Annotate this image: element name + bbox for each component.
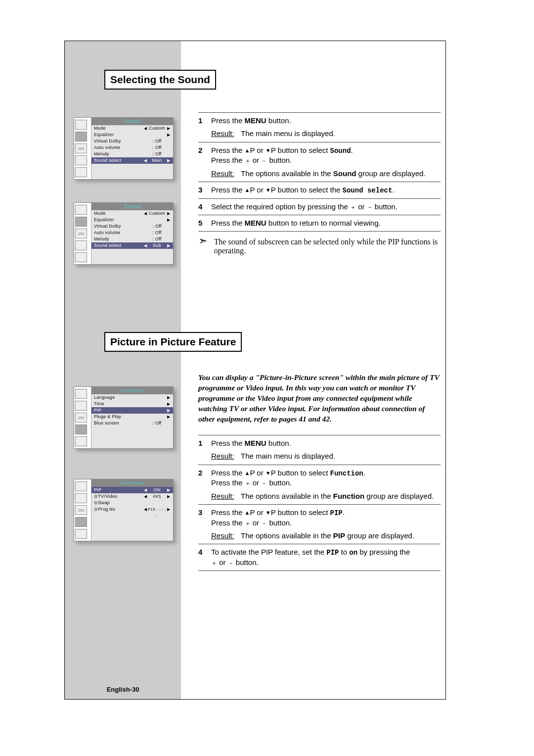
osd-row: Virtual Dolby: Off	[91, 223, 173, 230]
osd-row: Equalizer▶	[91, 217, 173, 223]
osd-title: Function	[91, 387, 173, 394]
osd-row: ⊙Prog.No◀P15 - - - - -▶	[91, 506, 173, 519]
osd-icon	[75, 205, 87, 215]
steps-pip: 1 Press the MENU button. Result:The main…	[198, 432, 441, 574]
step-1: 1 Press the MENU button. Result:The main…	[198, 438, 441, 462]
osd-icon-ch: CH	[75, 413, 87, 423]
osd-icon-ch: CH	[75, 229, 87, 238]
vol-up-icon: ＋	[245, 157, 251, 164]
osd-icon	[75, 389, 87, 399]
vol-down-icon: －	[261, 157, 267, 164]
osd-title: Function	[91, 479, 173, 487]
heading-selecting-sound: Selecting the Sound	[104, 70, 216, 90]
osd-icon	[75, 167, 87, 177]
osd-row: Language▶	[91, 394, 173, 401]
osd-icon	[75, 120, 87, 130]
osd-row: Melody: Off	[91, 151, 173, 157]
page-frame: Selecting the Sound CH Sound Mode◀Custom…	[64, 41, 446, 700]
osd-row: Blue screen: Off	[91, 420, 173, 426]
osd-icon	[75, 401, 87, 411]
osd-row	[91, 519, 173, 525]
osd-icon-function	[75, 517, 87, 527]
vol-down-icon: －	[261, 480, 267, 487]
step-4: 4 Select the required option by pressing…	[198, 202, 441, 212]
up-triangle-icon: ▲	[245, 147, 250, 154]
steps-sound: 1 Press the MENU button. Result:The main…	[198, 109, 441, 255]
page: Selecting the Sound CH Sound Mode◀Custom…	[0, 0, 534, 756]
osd-row-selected: PIP▶	[91, 407, 173, 414]
osd-row: Equalizer▶	[91, 132, 173, 138]
step-1: 1 Press the MENU button. Result:The main…	[198, 116, 441, 139]
step-2: 2 Press the ▲P or ▼P button to select Fu…	[198, 468, 441, 501]
osd-row: ⊙Swap	[91, 500, 173, 506]
step-3: 3 Press the ▲P or ▼P button to select PI…	[198, 508, 441, 541]
osd-row: Melody: Off	[91, 236, 173, 242]
vol-down-icon: －	[261, 520, 267, 527]
up-triangle-icon: ▲	[245, 509, 250, 517]
osd-icon-column: CH	[74, 203, 91, 264]
osd-icon	[75, 240, 87, 250]
osd-row-selected: PIP◀ON▶	[91, 487, 173, 493]
down-triangle-icon: ▼	[266, 187, 271, 194]
osd-icon	[75, 252, 87, 262]
osd-row	[91, 426, 173, 433]
osd-row	[91, 525, 173, 532]
osd-icon	[75, 436, 87, 446]
vol-up-icon: ＋	[245, 520, 251, 527]
osd-icon-column: CH	[74, 479, 91, 541]
osd-icon-column: CH	[74, 387, 91, 448]
osd-icon	[75, 529, 87, 539]
up-triangle-icon: ▲	[245, 470, 250, 477]
vol-up-icon: ＋	[350, 204, 356, 211]
osd-icon-ch: CH	[75, 143, 87, 153]
osd-icon-sound	[75, 132, 87, 142]
osd-row-selected: Sound select◀Main▶	[91, 157, 173, 164]
vol-down-icon: －	[228, 560, 234, 567]
step-2: 2 Press the ▲P or ▼P button to select So…	[198, 145, 441, 179]
osd-row: Mode◀Custom▶	[91, 125, 173, 132]
osd-icon-function	[75, 425, 87, 434]
page-number: English-30	[65, 686, 181, 693]
vol-up-icon: ＋	[211, 560, 217, 567]
step-5: 5 Press the MENU button to return to nor…	[198, 218, 441, 228]
heading-pip: Picture in Picture Feature	[104, 332, 242, 352]
osd-sound-main: CH Sound Mode◀Custom▶ Equalizer▶ Virtual…	[74, 117, 174, 180]
osd-row: ⊙TV/Video◀AV1▶	[91, 493, 173, 500]
osd-row-selected: Sound select◀Sub▶	[91, 242, 173, 249]
osd-title: Sound	[91, 118, 173, 125]
pip-intro: You can display a "Picture-in-Picture sc…	[198, 373, 441, 425]
osd-function-pip-on: CH Function PIP◀ON▶ ⊙TV/Video◀AV1▶ ⊙Swap…	[74, 479, 174, 541]
osd-icon	[75, 155, 87, 165]
down-triangle-icon: ▼	[266, 470, 271, 477]
osd-title: Sound	[91, 203, 173, 210]
osd-row: Mode◀Custom▶	[91, 210, 173, 217]
osd-row: Virtual Dolby: Off	[91, 138, 173, 144]
osd-row: Pluge & Play▶	[91, 414, 173, 420]
down-triangle-icon: ▼	[266, 509, 271, 517]
osd-row: Time▶	[91, 401, 173, 407]
vol-down-icon: －	[367, 204, 373, 211]
down-triangle-icon: ▼	[266, 147, 271, 154]
note: ➣ The sound of subscreen can be selected…	[198, 237, 441, 255]
note-arrow-icon: ➣	[198, 237, 214, 244]
osd-function-pip: CH Function Language▶ Time▶ PIP▶ Pluge &…	[74, 386, 174, 449]
osd-row: Auto volume: Off	[91, 144, 173, 151]
vol-up-icon: ＋	[245, 480, 251, 487]
osd-sound-sub: CH Sound Mode◀Custom▶ Equalizer▶ Virtual…	[74, 202, 174, 265]
step-4: 4 To activate the PIP feature, set the P…	[198, 547, 441, 567]
osd-icon	[75, 481, 87, 491]
up-triangle-icon: ▲	[245, 187, 250, 194]
osd-icon-column: CH	[74, 118, 91, 179]
osd-icon-sound	[75, 217, 87, 227]
osd-row: Auto volume: Off	[91, 230, 173, 236]
step-3: 3 Press the ▲P or ▼P button to select th…	[198, 185, 441, 195]
osd-icon-ch: CH	[75, 505, 87, 515]
osd-icon	[75, 493, 87, 503]
